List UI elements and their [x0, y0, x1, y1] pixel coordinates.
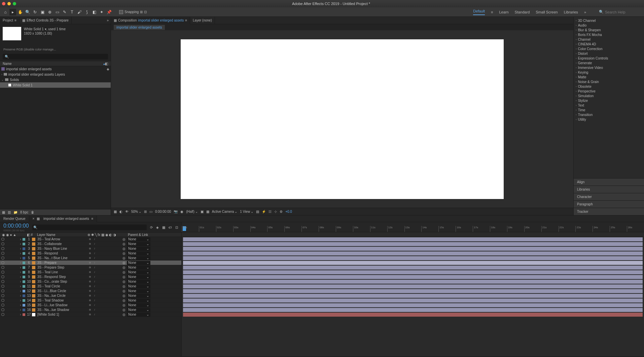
asset-folder-solids[interactable]: ⌄ Solids: [0, 77, 111, 82]
effect-controls-tab[interactable]: ▦Effect Controls 3S - Prepare: [20, 17, 72, 24]
disclosure-icon[interactable]: ›: [19, 284, 23, 288]
workspace-small-screen[interactable]: Small Screen: [536, 10, 558, 14]
pickwhip-icon[interactable]: ◎: [122, 308, 126, 312]
tl-icon2[interactable]: ◈: [156, 226, 159, 229]
parent-dropdown[interactable]: None⌄: [127, 303, 150, 307]
type-tool-icon[interactable]: T: [69, 9, 75, 15]
color-depth-value[interactable]: 8 bpc: [20, 210, 28, 214]
visibility-icon[interactable]: [1, 313, 4, 316]
layer-switches[interactable]: ⊕ /: [89, 313, 122, 316]
effect-category[interactable]: ›Perspective: [574, 89, 644, 93]
search-help[interactable]: 🔍: [599, 10, 639, 14]
layer-row[interactable]: ›123S - Li...Blue Circle⊕ /◎None⌄: [0, 289, 181, 293]
new-folder-icon[interactable]: 📁: [13, 210, 17, 214]
flowchart-chip[interactable]: importal slider enlarged assets: [114, 25, 165, 30]
tab-menu-icon[interactable]: ≡: [185, 18, 187, 22]
effect-category[interactable]: ›Blur & Sharpen: [574, 28, 644, 32]
parent-dropdown[interactable]: None⌄: [127, 256, 150, 260]
layer-bar-track[interactable]: [182, 279, 644, 284]
pickwhip-icon[interactable]: ◎: [122, 242, 126, 246]
layer-row[interactable]: ›83S - Teal Line⊕ /◎None⌄: [0, 270, 181, 275]
flowchart-icon[interactable]: ⊹: [274, 210, 277, 213]
parent-dropdown[interactable]: None⌄: [127, 247, 150, 251]
brush-tool-icon[interactable]: 🖌: [76, 9, 83, 15]
layer-switches[interactable]: ⊕ /: [89, 256, 122, 260]
layer-name[interactable]: 3S - Navy Blue Line: [37, 247, 89, 250]
zoom-select[interactable]: 50% ⌄: [131, 210, 141, 213]
parent-dropdown[interactable]: None⌄: [127, 237, 150, 241]
label-color-icon[interactable]: [23, 266, 25, 269]
pickwhip-icon[interactable]: ◎: [122, 270, 126, 274]
layer-name[interactable]: 3S - Na...lue Circle: [37, 294, 89, 298]
disclosure-icon[interactable]: ›: [19, 237, 23, 241]
tag-icon[interactable]: ◧: [105, 62, 108, 66]
orbit-tool-icon[interactable]: ↻: [32, 9, 38, 15]
project-asset-list[interactable]: importal slider enlarged assets ◈ › impo…: [0, 66, 111, 209]
visibility-icon[interactable]: [1, 289, 4, 292]
trash-icon[interactable]: 🗑: [31, 210, 34, 214]
layer-tab[interactable]: Layer (none): [190, 17, 215, 24]
layer-row[interactable]: ›23S - Collaborate⊕ /◎None⌄: [0, 242, 181, 246]
disclosure-icon[interactable]: ›: [19, 308, 23, 312]
panel-overflow-icon[interactable]: »: [107, 18, 111, 22]
asset-solid-white[interactable]: White Solid 1: [0, 82, 111, 88]
interpret-icon[interactable]: ▦: [2, 210, 5, 214]
rectangle-tool-icon[interactable]: ▭: [54, 9, 61, 15]
pickwhip-icon[interactable]: ◎: [122, 294, 126, 298]
parent-dropdown[interactable]: None⌄: [127, 294, 150, 298]
pickwhip-icon[interactable]: ◎: [122, 275, 126, 279]
workspace-menu-icon[interactable]: ≡: [491, 10, 493, 14]
disclosure-icon[interactable]: ›: [19, 266, 23, 269]
layer-duration-bar[interactable]: [183, 251, 643, 255]
pickwhip-icon[interactable]: ◎: [122, 280, 126, 283]
layer-row[interactable]: ›103S - Co...orate Step⊕ /◎None⌄: [0, 279, 181, 284]
pickwhip-icon[interactable]: ◎: [122, 313, 126, 316]
visibility-icon[interactable]: [1, 238, 4, 241]
layer-name[interactable]: 3S - Co...orate Step: [37, 280, 89, 283]
layer-row[interactable]: ›63S - Prepare⊕ /◎None⌄: [0, 261, 181, 265]
label-color-icon[interactable]: [23, 262, 25, 264]
effect-category[interactable]: ›Noise & Grain: [574, 79, 644, 84]
layer-bar-track[interactable]: [182, 312, 644, 317]
visibility-icon[interactable]: [1, 266, 4, 269]
effect-category[interactable]: ›Utility: [574, 117, 644, 122]
layer-row[interactable]: ›163S - Na...lue Shadow⊕ /◎None⌄: [0, 308, 181, 312]
layer-name[interactable]: 3S - Prepare: [37, 261, 89, 265]
layer-bar-track[interactable]: [182, 237, 644, 242]
channel-icon[interactable]: 👁: [125, 210, 129, 213]
visibility-icon[interactable]: [1, 304, 4, 307]
side-panel-align[interactable]: Align: [574, 178, 644, 186]
side-panel-tracker[interactable]: Tracker: [574, 208, 644, 215]
pixel-aspect-icon[interactable]: ▤: [256, 210, 259, 213]
effect-category[interactable]: ›Boris FX Mocha: [574, 32, 644, 37]
layer-duration-bar[interactable]: [183, 308, 643, 312]
workspace-default[interactable]: Default: [473, 9, 485, 15]
disclosure-icon[interactable]: ›: [19, 275, 23, 279]
parent-dropdown[interactable]: None⌄: [127, 280, 150, 284]
parent-dropdown[interactable]: None⌄: [127, 275, 150, 279]
layer-name[interactable]: 3S - Li...Blue Circle: [37, 289, 89, 293]
effect-category[interactable]: ›Keying: [574, 70, 644, 75]
label-color-icon[interactable]: [23, 290, 25, 292]
effect-category[interactable]: ›Color Correction: [574, 46, 644, 51]
layer-bar-track[interactable]: [182, 242, 644, 246]
parent-dropdown[interactable]: None⌄: [127, 308, 150, 312]
visibility-icon[interactable]: [1, 299, 4, 302]
layer-duration-bar[interactable]: [183, 294, 643, 298]
disclosure-icon[interactable]: ›: [19, 247, 23, 250]
layer-bar-track[interactable]: [182, 270, 644, 275]
disclosure-icon[interactable]: ›: [19, 256, 23, 260]
layer-name[interactable]: 3S - Teal Shadow: [37, 299, 89, 302]
effect-category[interactable]: ›Expression Controls: [574, 56, 644, 61]
layer-bar-track[interactable]: [182, 251, 644, 256]
disclosure-icon[interactable]: ›: [19, 251, 23, 255]
layer-bar-track[interactable]: [182, 289, 644, 293]
visibility-icon[interactable]: [1, 280, 4, 283]
effect-category[interactable]: ›3D Channel: [574, 18, 644, 23]
disclosure-icon[interactable]: ›: [19, 289, 23, 293]
pickwhip-icon[interactable]: ◎: [122, 303, 126, 307]
snap-extra2-icon[interactable]: ⊡: [144, 10, 147, 14]
pickwhip-icon[interactable]: ◎: [122, 247, 126, 250]
disclosure-icon[interactable]: ›: [19, 313, 23, 316]
label-color-icon[interactable]: [23, 313, 25, 316]
